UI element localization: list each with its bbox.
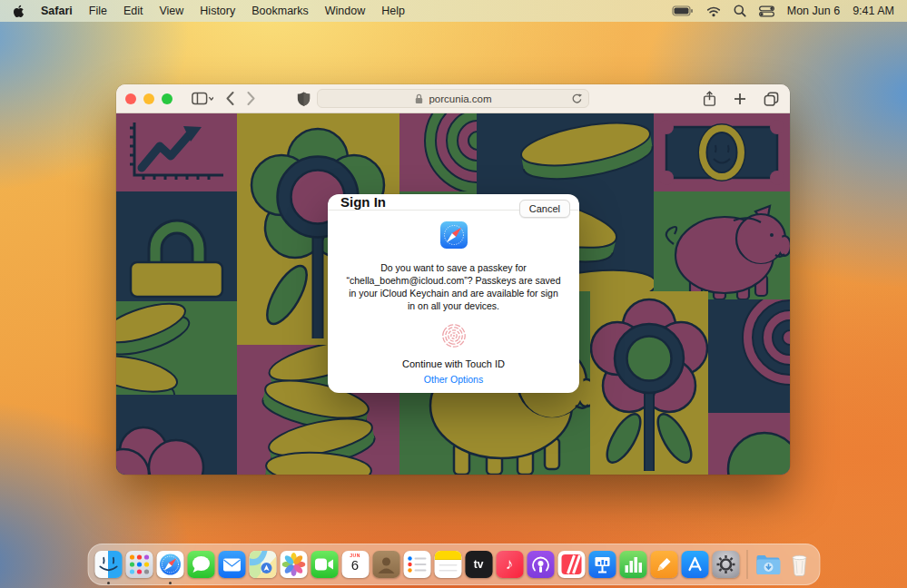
art-tile-coin-roll-magenta	[708, 299, 790, 413]
art-tile-coin-roll	[399, 113, 477, 191]
wifi-icon[interactable]	[706, 5, 721, 17]
person-silhouette-icon	[375, 554, 397, 575]
dialog-header: Sign In Cancel	[328, 194, 579, 211]
dock-item-photos[interactable]	[280, 551, 307, 578]
menu-item-edit[interactable]: Edit	[123, 5, 143, 17]
privacy-shield-icon[interactable]	[297, 91, 311, 111]
touch-id-label: Continue with Touch ID	[402, 358, 505, 369]
photos-pinwheel-icon	[281, 553, 305, 576]
menu-item-safari[interactable]: Safari	[41, 5, 73, 17]
sidebar-icon[interactable]	[192, 92, 213, 105]
art-tile-blob-flower	[116, 395, 237, 475]
battery-icon[interactable]	[672, 5, 694, 17]
spotlight-icon[interactable]	[734, 5, 746, 17]
dialog-message: Do you want to save a passkey for “chell…	[344, 262, 563, 313]
apple-tv-logo: tv	[474, 558, 484, 571]
menu-time[interactable]: 9:41 AM	[853, 5, 894, 17]
share-icon[interactable]	[703, 91, 716, 107]
dock-item-notes[interactable]	[434, 551, 461, 578]
back-icon[interactable]	[226, 92, 234, 105]
notes-icon	[434, 551, 461, 578]
dock-separator	[746, 550, 747, 579]
dock-item-numbers[interactable]	[619, 551, 646, 578]
secure-lock-icon	[414, 93, 424, 104]
desktop: Safari File Edit View History Bookmarks …	[0, 0, 907, 588]
reload-icon[interactable]	[571, 93, 583, 107]
art-tile-green-coin	[708, 413, 790, 475]
dock-item-keynote[interactable]	[588, 551, 616, 578]
news-icon	[560, 554, 582, 575]
art-tile-flower-magenta	[590, 291, 708, 475]
trash-can-icon	[789, 553, 809, 577]
menu-date[interactable]: Mon Jun 6	[787, 5, 840, 17]
dock-item-safari[interactable]	[156, 551, 183, 578]
minimize-window-button[interactable]	[143, 93, 154, 104]
tab-overview-icon[interactable]	[764, 92, 779, 106]
art-tile-coins-green	[116, 301, 237, 395]
menu-item-view[interactable]: View	[159, 5, 183, 17]
passkey-dialog: Sign In Cancel Do you want to save a pas…	[328, 194, 579, 393]
menu-item-help[interactable]: Help	[381, 5, 405, 17]
safari-app-icon	[440, 221, 468, 252]
numbers-bars-icon	[624, 555, 642, 573]
safari-toolbar: porcunia.com	[116, 84, 790, 113]
dock-item-appstore[interactable]	[681, 551, 708, 578]
dock-item-trash[interactable]	[785, 551, 813, 578]
menu-item-file[interactable]: File	[89, 5, 107, 17]
dock-item-reminders[interactable]	[403, 551, 430, 578]
menu-item-history[interactable]: History	[200, 5, 235, 17]
dock-item-messages[interactable]	[187, 551, 214, 578]
dock-item-music[interactable]: ♪	[496, 551, 523, 578]
app-store-icon	[685, 555, 704, 573]
gear-icon	[715, 554, 735, 574]
art-tile-piggy-bank-magenta	[654, 191, 790, 299]
dock-item-facetime[interactable]	[311, 551, 338, 578]
music-note-icon: ♪	[506, 555, 514, 573]
control-center-icon[interactable]	[759, 5, 774, 17]
running-indicator	[107, 582, 110, 584]
close-window-button[interactable]	[125, 93, 136, 104]
running-indicator	[169, 582, 172, 584]
art-tile-line-chart	[116, 113, 237, 191]
downloads-folder-icon	[755, 554, 781, 575]
cancel-button[interactable]: Cancel	[519, 200, 570, 218]
video-camera-icon	[315, 558, 334, 571]
new-tab-icon[interactable]	[734, 93, 746, 105]
dock-item-finder[interactable]	[94, 551, 122, 578]
pages-pen-icon	[655, 555, 673, 573]
dock-item-settings[interactable]	[712, 551, 739, 578]
address-bar[interactable]: porcunia.com	[317, 89, 589, 108]
art-tile-padlock	[116, 191, 237, 301]
dock-item-podcasts[interactable]	[527, 551, 554, 578]
dock-item-tv[interactable]: tv	[465, 551, 492, 578]
menu-item-window[interactable]: Window	[325, 5, 365, 17]
dialog-title: Sign In	[340, 194, 386, 210]
other-options-link[interactable]: Other Options	[424, 374, 483, 385]
menu-bar: Safari File Edit View History Bookmarks …	[0, 0, 907, 22]
touch-id-fingerprint-icon	[439, 321, 468, 354]
reminders-list-icon	[407, 555, 427, 573]
address-url: porcunia.com	[429, 93, 491, 104]
safari-compass-icon	[158, 553, 182, 576]
dock-item-contacts[interactable]	[372, 551, 399, 578]
dock-item-maps[interactable]	[249, 551, 276, 578]
dock-item-news[interactable]	[557, 551, 585, 578]
menu-item-bookmarks[interactable]: Bookmarks	[251, 5, 309, 17]
launchpad-grid-icon	[128, 554, 150, 575]
dock-item-downloads[interactable]	[754, 551, 782, 578]
maps-icon	[249, 551, 276, 578]
dock-item-pages[interactable]	[650, 551, 677, 578]
apple-menu-icon[interactable]	[13, 5, 25, 18]
dialog-body: Do you want to save a passkey for “chell…	[328, 211, 579, 394]
finder-face-icon	[94, 551, 122, 578]
forward-icon[interactable]	[247, 92, 255, 105]
dock-item-mail[interactable]	[218, 551, 245, 578]
dock: JUN 6 tv	[87, 544, 820, 585]
calendar-day-label: 6	[341, 557, 369, 573]
envelope-icon	[222, 558, 241, 572]
dock-item-launchpad[interactable]	[125, 551, 153, 578]
keynote-podium-icon	[592, 554, 612, 574]
zoom-window-button[interactable]	[162, 93, 173, 104]
chat-bubble-icon	[191, 555, 211, 573]
dock-item-calendar[interactable]: JUN 6	[341, 551, 369, 578]
